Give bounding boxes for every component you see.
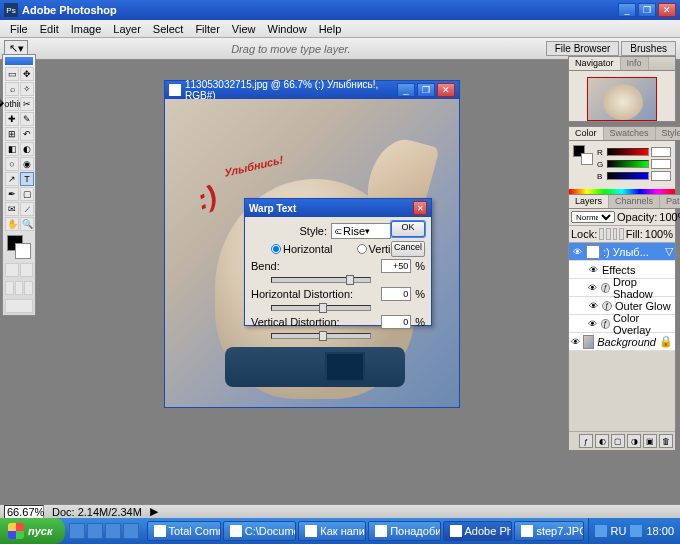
delete-layer-button[interactable]: 🗑 <box>659 434 673 448</box>
notes-tool[interactable]: ✉ <box>5 202 19 216</box>
quicklaunch-icon[interactable] <box>87 523 103 539</box>
tray-icon[interactable] <box>595 525 607 537</box>
shape-tool[interactable]: ▢ <box>20 187 34 201</box>
menu-filter[interactable]: Filter <box>189 21 225 37</box>
tab-brushes[interactable]: Brushes <box>621 41 676 56</box>
layer-style-button[interactable]: ƒ <box>579 434 593 448</box>
r-value[interactable] <box>651 147 671 157</box>
heal-tool[interactable]: ✚ <box>5 112 19 126</box>
layer-mask-button[interactable]: ◐ <box>595 434 609 448</box>
menu-view[interactable]: View <box>226 21 262 37</box>
dodge-tool[interactable]: ◉ <box>20 157 34 171</box>
close-button[interactable]: ✕ <box>658 3 676 17</box>
brush-tool[interactable]: ✎ <box>20 112 34 126</box>
menu-edit[interactable]: Edit <box>34 21 65 37</box>
document-titlebar[interactable]: 113053032715.jpg @ 66.7% (:) Улыбнись!, … <box>165 81 459 99</box>
task-button[interactable]: Total Commander... <box>147 521 221 541</box>
vdist-input[interactable] <box>381 315 411 329</box>
jump-to-imageready[interactable] <box>5 299 33 313</box>
slice-tool[interactable]: ✂ <box>20 97 34 111</box>
lock-image-icon[interactable] <box>606 228 611 240</box>
visibility-eye-icon[interactable]: 👁 <box>587 264 599 276</box>
tray-icon[interactable] <box>630 525 642 537</box>
doc-close-button[interactable]: ✕ <box>437 83 455 97</box>
visibility-eye-icon[interactable]: 👁 <box>571 246 583 258</box>
lang-indicator[interactable]: RU <box>611 525 627 537</box>
visibility-eye-icon[interactable]: 👁 <box>587 282 598 294</box>
eraser-tool[interactable]: ◧ <box>5 142 19 156</box>
color-overlay-row[interactable]: 👁 ƒ Color Overlay <box>569 315 675 333</box>
tab-swatches[interactable]: Swatches <box>604 127 656 140</box>
quickmask-mode[interactable] <box>20 263 34 277</box>
quicklaunch-icon[interactable] <box>123 523 139 539</box>
wand-tool[interactable]: ✧ <box>20 82 34 96</box>
screen-mode-2[interactable] <box>15 281 24 295</box>
history-brush-tool[interactable]: ↶ <box>20 127 34 141</box>
hdist-input[interactable] <box>381 287 411 301</box>
marquee-tool[interactable]: ▭ <box>5 67 19 81</box>
adjustment-layer-button[interactable]: ◑ <box>627 434 641 448</box>
task-button[interactable]: Понадобится do... <box>368 521 440 541</box>
opacity-value[interactable]: 100% <box>659 211 680 223</box>
type-tool[interactable]: T <box>20 172 34 186</box>
warped-text-layer[interactable]: :) Улыбнись! <box>194 123 283 177</box>
cancel-button[interactable]: Cancel <box>391 241 425 257</box>
tab-info[interactable]: Info <box>621 57 649 70</box>
lock-position-icon[interactable] <box>613 228 618 240</box>
standard-mode[interactable] <box>5 263 19 277</box>
hand-tool[interactable]: ✋ <box>5 217 19 231</box>
pen-tool[interactable]: ✒ <box>5 187 19 201</box>
doc-maximize-button[interactable]: ❐ <box>417 83 435 97</box>
path-tool[interactable]: ↗ <box>5 172 19 186</box>
move-tool[interactable]: ✥ <box>20 67 34 81</box>
vertical-radio[interactable] <box>357 244 367 254</box>
bend-slider[interactable] <box>271 277 371 283</box>
horizontal-radio[interactable] <box>271 244 281 254</box>
zoom-field[interactable]: 66.67% <box>4 505 44 519</box>
visibility-eye-icon[interactable]: 👁 <box>571 336 580 348</box>
layer-set-button[interactable]: ▢ <box>611 434 625 448</box>
zoom-tool[interactable]: 🔍 <box>20 217 34 231</box>
task-button[interactable]: Как написать к... <box>298 521 366 541</box>
drop-shadow-row[interactable]: 👁 ƒ Drop Shadow <box>569 279 675 297</box>
fill-value[interactable]: 100% <box>645 228 673 240</box>
hdist-slider[interactable] <box>271 305 371 311</box>
g-slider[interactable] <box>607 160 649 168</box>
menu-layer[interactable]: Layer <box>107 21 147 37</box>
task-button[interactable]: C:\Documents an... <box>223 521 297 541</box>
navigator-thumbnail[interactable] <box>587 77 657 121</box>
stamp-tool[interactable]: ⊞ <box>5 127 19 141</box>
dialog-close-button[interactable]: ✕ <box>413 201 427 215</box>
menu-help[interactable]: Help <box>313 21 348 37</box>
menu-select[interactable]: Select <box>147 21 190 37</box>
blur-tool[interactable]: ○ <box>5 157 19 171</box>
start-button[interactable]: пуск <box>0 518 65 544</box>
doc-minimize-button[interactable]: _ <box>397 83 415 97</box>
menu-image[interactable]: Image <box>65 21 108 37</box>
task-button[interactable]: Adobe Photoshop <box>443 521 513 541</box>
gradient-tool[interactable]: ◐ <box>20 142 34 156</box>
r-slider[interactable] <box>607 148 649 156</box>
tab-channels[interactable]: Channels <box>609 195 660 208</box>
crop-tool[interactable]: �othing <box>5 97 19 111</box>
color-swatches[interactable] <box>5 235 33 259</box>
bend-input[interactable] <box>381 259 411 273</box>
vdist-slider[interactable] <box>271 333 371 339</box>
g-value[interactable] <box>651 159 671 169</box>
dialog-titlebar[interactable]: Warp Text ✕ <box>245 199 431 217</box>
visibility-eye-icon[interactable]: 👁 <box>587 300 599 312</box>
eyedropper-tool[interactable]: ⟋ <box>20 202 34 216</box>
background-layer-row[interactable]: 👁 Background 🔒 <box>569 333 675 351</box>
quicklaunch-icon[interactable] <box>105 523 121 539</box>
quicklaunch-icon[interactable] <box>69 523 85 539</box>
screen-mode-1[interactable] <box>5 281 14 295</box>
fx-toggle-icon[interactable]: ▽ <box>665 245 673 258</box>
menu-file[interactable]: File <box>4 21 34 37</box>
minimize-button[interactable]: _ <box>618 3 636 17</box>
lock-transparency-icon[interactable] <box>599 228 604 240</box>
color-bg-swatch[interactable] <box>581 153 593 165</box>
background-color[interactable] <box>15 243 31 259</box>
layer-text-row[interactable]: 👁 T :) Улыб... ▽ <box>569 243 675 261</box>
menu-window[interactable]: Window <box>262 21 313 37</box>
task-button[interactable]: step7.JPG - Paint <box>514 521 583 541</box>
